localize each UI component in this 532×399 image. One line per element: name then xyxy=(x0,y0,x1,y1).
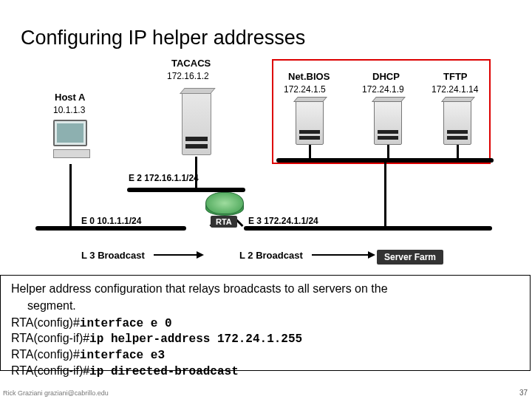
network-diagram: TACACS 172.16.1.2 Host A 10.1.1.3 Net.BI… xyxy=(35,55,494,256)
cmd-0: interface e 0 xyxy=(80,317,172,330)
host-ip: 10.1.1.3 xyxy=(53,105,85,115)
l3-broadcast-label: L 3 Broadcast xyxy=(81,250,145,261)
config-line-1: RTA(config-if)#ip helper-address 172.24.… xyxy=(11,331,519,347)
cmd-2: interface e3 xyxy=(80,349,165,362)
l2-broadcast-label: L 2 Broadcast xyxy=(239,250,303,261)
router-label: RTA xyxy=(211,216,237,228)
config-line-3: RTA(config-if)#ip directed-broadcast xyxy=(11,364,519,380)
config-desc-line1: Helper address configuration that relays… xyxy=(11,282,519,297)
tacacs-server-icon xyxy=(182,90,211,155)
footer-credit: Rick Graziani graziani@cabrillo.edu xyxy=(3,389,109,397)
netbios-ip: 172.24.1.5 xyxy=(284,84,326,95)
tftp-ip: 172.24.1.14 xyxy=(432,84,478,95)
tftp-server-icon xyxy=(443,99,471,145)
e0-label: E 0 10.1.1.1/24 xyxy=(81,216,141,226)
netbios-name: Net.BIOS xyxy=(288,71,330,82)
drop-tftp xyxy=(457,145,459,158)
config-box: Helper address configuration that relays… xyxy=(0,275,531,371)
e3-label: E 3 172.24.1.1/24 xyxy=(248,216,318,226)
tftp-name: TFTP xyxy=(443,71,468,82)
bus-e0 xyxy=(35,226,186,231)
prompt-3: RTA(config-if)# xyxy=(11,364,89,377)
l2-arrow-head xyxy=(368,251,375,259)
prompt-0: RTA(config)# xyxy=(11,316,80,329)
config-desc-line2: segment. xyxy=(27,299,519,314)
config-line-2: RTA(config)#interface e3 xyxy=(11,347,519,364)
prompt-2: RTA(config)# xyxy=(11,348,80,361)
l3-arrow-line xyxy=(154,254,197,256)
tacacs-ip: 172.16.1.2 xyxy=(167,71,209,81)
tacacs-name: TACACS xyxy=(171,58,211,69)
l2-arrow-line xyxy=(312,254,368,256)
dhcp-ip: 172.24.1.9 xyxy=(362,84,404,95)
dhcp-name: DHCP xyxy=(372,71,400,82)
l3-arrow-head xyxy=(197,251,204,259)
link-sf-bus xyxy=(384,163,386,226)
page-title: Configuring IP helper addresses xyxy=(0,13,532,50)
drop-tacacs xyxy=(195,157,197,188)
bus-e3 xyxy=(244,226,492,231)
dhcp-server-icon xyxy=(374,99,402,145)
config-line-0: RTA(config)#interface e 0 xyxy=(11,316,519,332)
router-icon xyxy=(205,192,244,214)
netbios-server-icon xyxy=(296,99,324,145)
drop-hosta xyxy=(69,164,72,226)
drop-netbios xyxy=(309,145,311,158)
host-name: Host A xyxy=(55,92,85,103)
cmd-3: ip directed-broadcast xyxy=(89,365,239,378)
drop-dhcp xyxy=(387,145,389,158)
page-number: 37 xyxy=(519,389,528,397)
server-farm-badge: Server Farm xyxy=(377,250,443,265)
host-a-icon xyxy=(53,120,90,158)
prompt-1: RTA(config-if)# xyxy=(11,332,89,344)
e2-label: E 2 172.16.1.1/24 xyxy=(129,173,199,183)
cmd-1: ip helper-address 172.24.1.255 xyxy=(89,332,302,346)
